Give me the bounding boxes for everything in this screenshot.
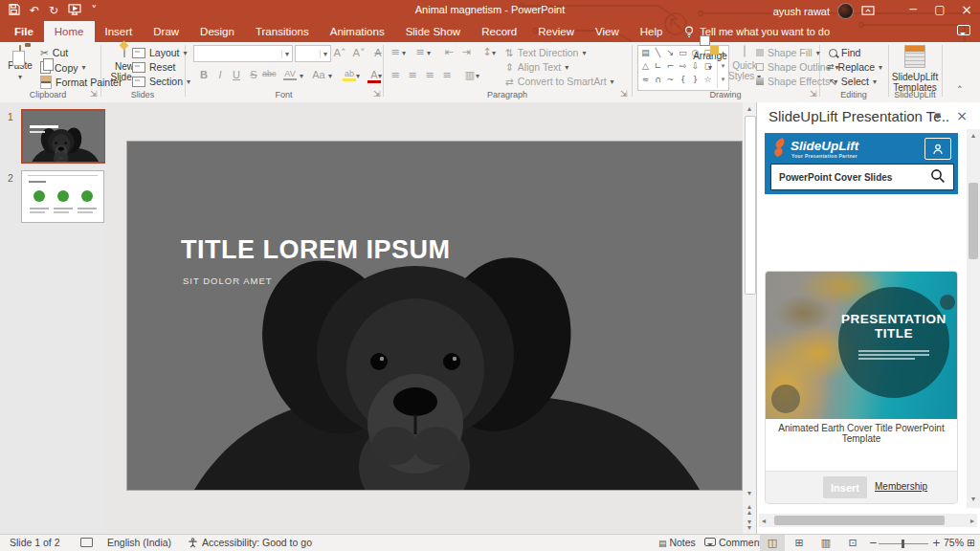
taskpane-hscrollbar-thumb[interactable]: [774, 516, 945, 525]
collapse-ribbon-icon[interactable]: ˄: [957, 84, 963, 97]
character-spacing-caret[interactable]: ▾: [300, 72, 303, 80]
taskpane-options-icon[interactable]: ▾: [934, 108, 941, 122]
taskpane-scrollbar-thumb[interactable]: [969, 183, 978, 259]
taskpane-scroll-right-icon[interactable]: ▸: [970, 517, 974, 525]
numbering-icon[interactable]: ≡: [413, 46, 427, 58]
zoom-out-button[interactable]: −: [869, 537, 878, 548]
tab-file[interactable]: File: [4, 21, 44, 42]
previous-slide-button[interactable]: ▴▴: [743, 504, 756, 516]
paste-button[interactable]: Paste ▾: [4, 46, 36, 82]
taskpane-horizontal-scrollbar[interactable]: ◂ ▸: [759, 514, 977, 527]
taskpane-vertical-scrollbar[interactable]: ▴ ▾: [967, 129, 980, 508]
avatar[interactable]: [837, 3, 854, 19]
slideshow-view-button[interactable]: ⊡: [840, 535, 865, 551]
language-status[interactable]: English (India): [107, 537, 171, 548]
font-size-select[interactable]: ▾: [295, 45, 331, 62]
taskpane-close-icon[interactable]: ×: [956, 108, 968, 123]
clear-formatting-icon[interactable]: A: [371, 47, 385, 58]
reading-view-button[interactable]: ▥: [813, 535, 838, 551]
tab-design[interactable]: Design: [189, 21, 245, 42]
shape-arrow-icon[interactable]: ↘: [664, 46, 677, 59]
tab-home[interactable]: Home: [44, 21, 95, 42]
italic-button[interactable]: I: [213, 69, 227, 80]
bullets-caret[interactable]: ▾: [402, 49, 406, 57]
slide-thumbnail-1[interactable]: [21, 109, 106, 164]
taskpane-scroll-down-icon[interactable]: ▾: [967, 495, 980, 503]
font-color-caret[interactable]: ▾: [378, 72, 382, 80]
shape-textbox-icon[interactable]: ▤: [639, 46, 652, 59]
taskpane-scroll-left-icon[interactable]: ◂: [762, 517, 766, 525]
tab-record[interactable]: Record: [471, 21, 527, 42]
slide-counter[interactable]: Slide 1 of 2: [10, 537, 60, 548]
normal-view-button[interactable]: ◫: [760, 535, 785, 551]
bold-button[interactable]: B: [197, 69, 211, 80]
reset-button[interactable]: Reset: [132, 61, 175, 73]
scroll-down-icon[interactable]: ▾: [743, 489, 756, 497]
editor-vertical-scrollbar[interactable]: ▴ ▾ ▴▴ ▾▾: [743, 102, 756, 534]
start-from-beginning-icon[interactable]: [68, 4, 81, 18]
tab-draw[interactable]: Draw: [143, 21, 189, 42]
copy-button[interactable]: Copy ▾: [40, 61, 86, 74]
text-direction-button[interactable]: ⇅ Text Direction ▾: [505, 47, 586, 58]
feedback-icon[interactable]: [957, 25, 970, 37]
accessibility-status[interactable]: Accessibility: Good to go: [202, 537, 312, 548]
template-card[interactable]: PRESENTATION TITLE Animated Earth Cover …: [765, 271, 958, 504]
zoom-in-button[interactable]: +: [932, 537, 941, 548]
slide-canvas[interactable]: TITLE LOREM IPSUM SIT DOLOR AMET: [127, 142, 742, 490]
drawing-dialog-launcher[interactable]: ⇲: [810, 89, 817, 99]
underline-button[interactable]: U: [230, 69, 243, 80]
template-search-box[interactable]: [770, 164, 954, 190]
tab-insert[interactable]: Insert: [95, 21, 144, 42]
highlight-color-button[interactable]: ab: [343, 69, 356, 81]
tab-view[interactable]: View: [585, 21, 630, 42]
shape-elbow-icon[interactable]: ∟: [652, 59, 664, 73]
bullets-icon[interactable]: ≡: [389, 46, 402, 58]
character-spacing-button[interactable]: AV: [283, 69, 297, 80]
save-icon[interactable]: [8, 3, 20, 18]
account-area[interactable]: ayush rawat: [773, 3, 875, 19]
membership-link[interactable]: Membership: [875, 481, 927, 492]
insert-template-button[interactable]: Insert: [823, 476, 867, 498]
ribbon-display-options-icon[interactable]: [861, 5, 875, 18]
cut-button[interactable]: ✂ Cut: [40, 47, 68, 58]
shape-star-icon[interactable]: ☆: [702, 73, 714, 86]
clipboard-dialog-launcher[interactable]: ⇲: [90, 89, 98, 99]
align-center-icon[interactable]: ≡: [406, 69, 419, 81]
template-preview-image[interactable]: PRESENTATION TITLE: [766, 272, 957, 419]
scroll-up-icon[interactable]: ▴: [743, 104, 756, 113]
numbering-caret[interactable]: ▾: [427, 49, 431, 57]
tab-review[interactable]: Review: [527, 21, 585, 42]
columns-caret[interactable]: ▾: [476, 72, 479, 80]
increase-indent-icon[interactable]: ⇥: [459, 46, 473, 58]
gallery-more-icon[interactable]: ▾: [722, 76, 725, 83]
zoom-level[interactable]: 75%: [944, 537, 964, 548]
template-search-input[interactable]: [771, 172, 923, 183]
redo-icon[interactable]: ↻: [49, 4, 58, 17]
notes-button[interactable]: ▤ Notes: [658, 537, 696, 548]
fit-to-window-icon[interactable]: ⊞: [967, 537, 975, 548]
shape-right-brace-icon[interactable]: }: [689, 73, 702, 86]
search-icon[interactable]: [923, 168, 953, 186]
zoom-slider[interactable]: [879, 543, 928, 544]
shrink-font-icon[interactable]: A˅: [352, 47, 366, 59]
slide-thumbnail-2[interactable]: [21, 170, 104, 223]
layout-button[interactable]: Layout ▾: [132, 47, 188, 58]
align-text-button[interactable]: ⇕ Align Text ▾: [505, 61, 568, 73]
slide-title-text[interactable]: TITLE LOREM IPSUM: [181, 235, 451, 265]
shape-arc-icon[interactable]: ∩: [652, 73, 664, 86]
shape-rectangle-icon[interactable]: ▭: [677, 46, 689, 59]
editor-canvas[interactable]: TITLE LOREM IPSUM SIT DOLOR AMET: [105, 102, 743, 534]
replace-button[interactable]: ⇄ Replace ▾: [827, 61, 882, 73]
account-button[interactable]: [924, 138, 951, 160]
accessibility-icon[interactable]: [188, 537, 198, 549]
shape-curve-icon[interactable]: ~: [664, 73, 677, 86]
shape-elbow-arrow-icon[interactable]: ⌐: [664, 59, 677, 73]
section-button[interactable]: Section ▾: [132, 76, 190, 87]
shape-triangle-icon[interactable]: △: [639, 59, 652, 73]
shape-line-icon[interactable]: ╲: [652, 46, 664, 59]
shape-effects-button[interactable]: Shape Effects ▾: [756, 76, 837, 87]
grow-font-icon[interactable]: A˄: [333, 47, 346, 59]
paragraph-dialog-launcher[interactable]: ⇲: [620, 89, 628, 99]
editor-scrollbar-thumb[interactable]: [745, 116, 756, 295]
taskpane-scroll-up-icon[interactable]: ▴: [967, 131, 980, 140]
